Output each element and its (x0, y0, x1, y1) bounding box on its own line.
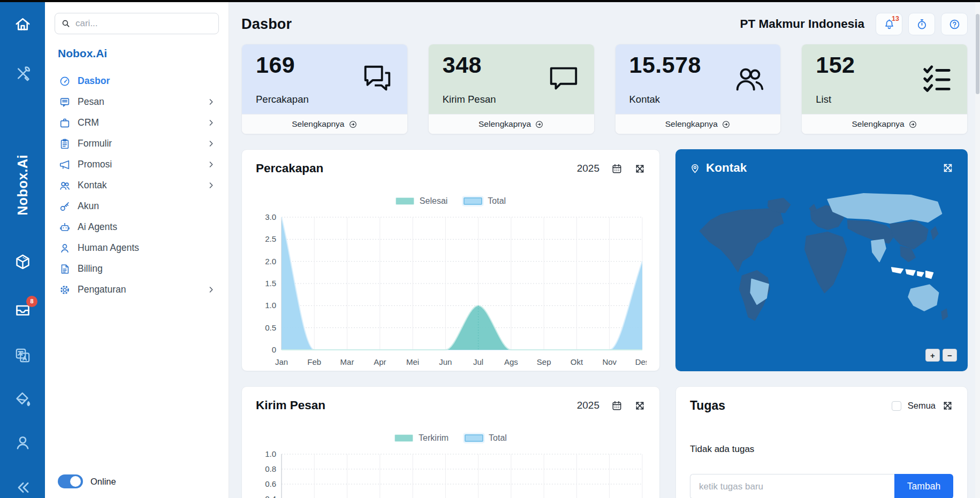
main-content: Dasbor PT Makmur Indonesia 13 169Percaka… (230, 2, 975, 498)
sidebar-item-pesan[interactable]: Pesan (55, 91, 219, 112)
chart-year-selector[interactable]: 2025 (577, 400, 599, 411)
home-icon (14, 16, 32, 33)
legend-item-selesai[interactable]: Selesai (396, 196, 447, 206)
sidebar-menu: DasborPesanCRMFormulirPromosiKontakAkunA… (55, 71, 219, 300)
map-region-indonesia (906, 270, 915, 275)
help-button[interactable] (941, 13, 968, 35)
sidebar-item-akun[interactable]: Akun (55, 196, 219, 217)
icon-rail: Nobox.Ai8 (0, 2, 45, 498)
map-region-indonesia (892, 267, 903, 273)
map-region-highlight (827, 194, 941, 223)
stat-cards-row: 169PercakapanSelengkapnya348Kirim PesanS… (241, 44, 968, 134)
percakapan-chart-card: Percakapan2025SelesaiTotal3.02.52.01.51.… (241, 149, 660, 371)
person-icon (59, 242, 71, 254)
map-region-indonesia (926, 271, 933, 279)
stat-more-link[interactable]: Selengkapnya (242, 114, 407, 134)
chart-plot: 3.02.52.01.51.00.50JanFebMarAprMeiJunJul… (256, 211, 647, 372)
svg-text:Ags: Ags (504, 357, 518, 366)
stat-more-link[interactable]: Selengkapnya (429, 114, 594, 134)
svg-text:Sep: Sep (537, 357, 551, 366)
legend-swatch (465, 434, 483, 442)
rail-item-home[interactable] (11, 14, 34, 35)
sidebar-item-billing[interactable]: Billing (55, 258, 219, 279)
sidebar-brand: Nobox.Ai (58, 47, 219, 60)
page-scrollbar[interactable] (975, 2, 980, 498)
rail-item-paint[interactable] (11, 389, 34, 410)
add-task-button[interactable]: Tambah (894, 474, 953, 498)
select-all-checkbox[interactable] (892, 401, 901, 411)
expand-icon[interactable] (634, 163, 645, 174)
chart-legend: SelesaiTotal (256, 196, 645, 206)
arrow-circle-icon (908, 120, 917, 129)
sidebar-item-crm[interactable]: CRM (55, 112, 219, 133)
sidebar-item-formulir[interactable]: Formulir (55, 133, 219, 154)
stat-card-percakapan: 169PercakapanSelengkapnya (241, 44, 408, 134)
chevron-right-icon (207, 181, 216, 190)
svg-text:1.0: 1.0 (265, 301, 276, 310)
svg-text:3.0: 3.0 (265, 212, 276, 221)
stat-card-kirim-pesan: 348Kirim PesanSelengkapnya (428, 44, 595, 134)
rail-item-box[interactable] (11, 251, 34, 272)
checklist-icon (920, 63, 953, 96)
expand-icon[interactable] (942, 400, 953, 411)
legend-item-terkirim[interactable]: Terkirim (394, 433, 449, 443)
collapse-icon (14, 479, 32, 496)
user-icon (14, 434, 32, 451)
map-zoom-in-button[interactable]: + (925, 349, 940, 362)
chevron-right-icon (207, 139, 216, 148)
tools-icon (14, 65, 32, 82)
svg-text:0: 0 (272, 345, 276, 354)
key-icon (59, 201, 71, 212)
translate-icon (14, 347, 32, 364)
legend-item-total[interactable]: Total (465, 433, 507, 443)
svg-text:2.5: 2.5 (265, 234, 276, 243)
expand-icon[interactable] (942, 162, 954, 174)
inbox-badge: 8 (26, 296, 37, 307)
chart-year-selector[interactable]: 2025 (577, 163, 599, 174)
legend-item-total[interactable]: Total (464, 196, 506, 206)
notifications-button[interactable]: 13 (876, 13, 902, 35)
online-toggle[interactable] (58, 474, 83, 488)
calendar-icon[interactable] (611, 163, 622, 174)
stat-more-link[interactable]: Selengkapnya (802, 114, 967, 134)
stat-value: 152 (816, 52, 855, 78)
map-region (931, 227, 938, 240)
svg-text:Mar: Mar (340, 357, 354, 366)
new-task-input[interactable] (690, 474, 894, 498)
robot-icon (59, 221, 71, 233)
document-icon (59, 263, 71, 275)
sidebar-item-ai-agents[interactable]: Ai Agents (55, 217, 219, 237)
history-button[interactable] (908, 13, 935, 35)
kontak-map-card: Kontak (675, 149, 968, 371)
sidebar-item-pengaturan[interactable]: Pengaturan (55, 279, 219, 300)
search-box (55, 13, 219, 34)
stat-more-link[interactable]: Selengkapnya (616, 114, 781, 134)
svg-text:1.5: 1.5 (265, 279, 276, 288)
search-input[interactable] (55, 13, 219, 34)
scrollbar-thumb[interactable] (976, 14, 979, 94)
header-actions: PT Makmur Indonesia 13 (740, 13, 968, 35)
rail-item-translate[interactable] (11, 345, 34, 366)
calendar-icon[interactable] (611, 400, 622, 411)
rail-item-collapse[interactable] (11, 477, 34, 498)
sidebar-item-kontak[interactable]: Kontak (55, 175, 219, 196)
chat-single-icon (547, 63, 580, 96)
help-icon (948, 18, 961, 30)
panels-row-1: Percakapan2025SelesaiTotal3.02.52.01.51.… (241, 149, 968, 371)
chevron-right-icon (207, 97, 216, 106)
sidebar-item-human-agents[interactable]: Human Agents (55, 237, 219, 258)
rail-item-inbox[interactable]: 8 (11, 300, 34, 320)
expand-icon[interactable] (634, 400, 645, 411)
rail-item-tools[interactable] (11, 63, 34, 83)
arrow-circle-icon (348, 120, 358, 129)
chart-plot: 1.00.80.60.40.20JanFebMarAprMeiJunJulAgs… (256, 448, 647, 498)
sidebar-item-promosi[interactable]: Promosi (55, 154, 219, 175)
notifications-badge: 13 (892, 15, 899, 22)
gear-icon (59, 284, 71, 296)
svg-text:Okt: Okt (571, 357, 583, 366)
map-zoom-out-button[interactable]: − (943, 349, 957, 362)
rail-item-profile[interactable] (11, 432, 34, 453)
stat-label: Kirim Pesan (443, 94, 496, 105)
svg-text:Mei: Mei (406, 357, 419, 366)
sidebar-item-dasbor[interactable]: Dasbor (55, 71, 219, 91)
